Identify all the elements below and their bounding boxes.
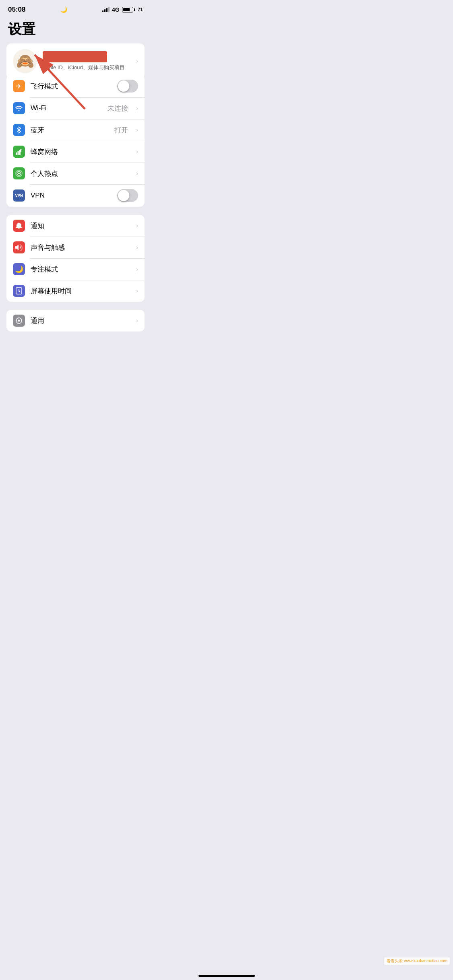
arrow-annotation [10,43,99,111]
signal-icon [102,7,110,12]
moon-icon: 🌙 [60,6,67,13]
battery-level: 71 [138,7,143,12]
general-row[interactable]: 通用 › [6,310,145,331]
sound-row[interactable]: 声音与触感 › [6,237,145,258]
sound-icon [13,241,25,253]
screentime-row[interactable]: 屏幕使用时间 › [6,280,145,302]
bluetooth-row[interactable]: 蓝牙 打开 › [6,119,145,141]
focus-row[interactable]: 🌙 专注模式 › [6,258,145,280]
wifi-value: 未连接 [108,104,128,113]
settings-content: 🙈 Apple ID、iCloud、媒体与购买项目 › ✈ 飞行模式 [0,43,151,331]
cellular-chevron-icon: › [136,148,138,155]
focus-chevron-icon: › [136,266,138,273]
svg-point-10 [18,320,20,322]
cellular-label: 蜂窝网络 [31,147,130,156]
notification-icon [13,220,25,232]
cellular-icon [13,146,25,158]
vpn-toggle[interactable] [117,189,138,202]
screentime-label: 屏幕使用时间 [31,286,130,296]
bluetooth-value: 打开 [114,126,128,135]
bluetooth-chevron-icon: › [136,126,138,134]
status-icons: 4G 71 [102,6,143,13]
vpn-icon: VPN [13,189,25,202]
vpn-row[interactable]: VPN VPN [6,184,145,207]
hotspot-row[interactable]: 个人热点 › [6,163,145,184]
chevron-right-icon: › [136,58,138,65]
general-icon [13,315,25,327]
network-type: 4G [112,6,120,13]
general-chevron-icon: › [136,317,138,324]
svg-rect-2 [16,152,17,155]
hotspot-icon [13,167,25,179]
vpn-label: VPN [31,191,112,200]
svg-line-1 [35,55,85,109]
sound-chevron-icon: › [136,244,138,251]
general-section: 通用 › [6,310,145,331]
cellular-row[interactable]: 蜂窝网络 › [6,141,145,163]
bluetooth-icon [13,124,25,136]
page-title-area: 设置 [0,17,151,43]
status-bar: 05:08 🌙 4G 71 [0,0,151,17]
battery-icon [122,7,135,12]
focus-icon: 🌙 [13,263,25,275]
wifi-chevron-icon: › [136,105,138,112]
svg-point-5 [18,173,20,174]
screentime-chevron-icon: › [136,287,138,294]
notification-row[interactable]: 通知 › [6,215,145,237]
notification-label: 通知 [31,221,130,231]
hotspot-label: 个人热点 [31,169,130,178]
sound-label: 声音与触感 [31,243,130,252]
page-title: 设置 [8,20,143,39]
notification-section: 通知 › 声音与触感 › 🌙 专注模式 › [6,215,145,302]
bluetooth-label: 蓝牙 [31,126,109,135]
hotspot-chevron-icon: › [136,170,138,177]
svg-rect-3 [18,151,19,155]
svg-rect-4 [19,150,21,155]
general-label: 通用 [31,316,130,325]
airplane-toggle[interactable] [117,80,138,93]
notification-chevron-icon: › [136,222,138,229]
focus-label: 专注模式 [31,265,130,274]
screentime-icon [13,285,25,297]
status-time: 05:08 [8,6,25,14]
